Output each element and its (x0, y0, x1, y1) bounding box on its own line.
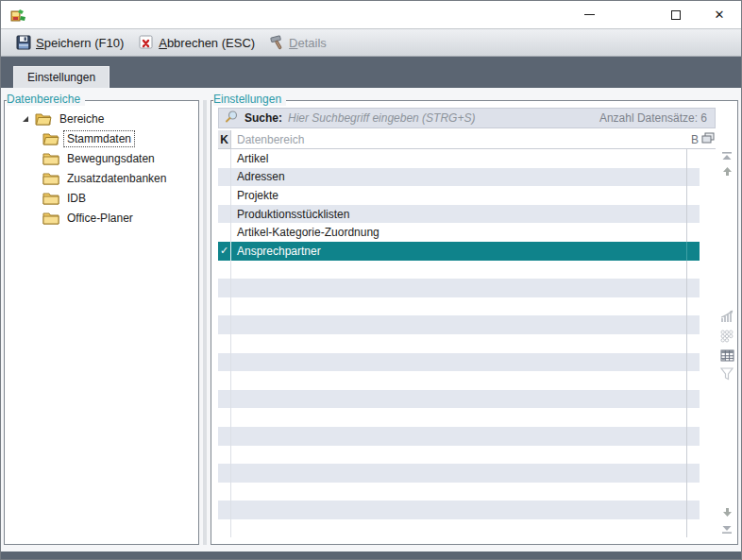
table-row-empty (218, 464, 700, 483)
datenbereiche-panel-title: Datenbereiche (7, 93, 85, 106)
table-row-empty (218, 353, 700, 372)
row-b-cell (687, 371, 700, 390)
toolbar-button-label: Abbrechen (ESC) (159, 36, 255, 50)
row-check-cell (218, 315, 231, 334)
table-row-empty (218, 446, 700, 465)
magnifier-icon (225, 110, 239, 127)
row-check-cell (218, 519, 231, 538)
chart-icon[interactable] (719, 309, 734, 324)
details-button[interactable]: Details (262, 32, 334, 53)
tree-item-label: Office-Planer (64, 211, 136, 226)
bottom-strip (1, 552, 741, 559)
toolbar-button-label: Speichern (F10) (36, 36, 124, 50)
row-check-cell (218, 353, 231, 372)
abbrechen-button[interactable]: Abbrechen (ESC) (131, 32, 262, 53)
table-row[interactable]: Projekte (218, 186, 700, 205)
grid-nav-strip (719, 101, 734, 544)
data-area-tree: BereicheStammdatenBewegungsdatenZusatzda… (5, 101, 198, 228)
close-button[interactable]: ✕ (698, 1, 741, 28)
tree-item-label: Stammdaten (64, 131, 134, 146)
hammer-icon (270, 35, 284, 50)
row-b-cell (687, 501, 700, 519)
row-name-cell: Adressen (231, 170, 686, 183)
einstellungen-panel-body: Suche: Hier Suchbegriff eingeben (STRG+S… (211, 101, 737, 544)
minimize-button[interactable] (567, 1, 611, 28)
row-check-cell (218, 186, 231, 205)
row-b-cell (687, 334, 700, 353)
tree-item-zusatzdatenbanken[interactable]: Zusatzdatenbanken (5, 168, 198, 188)
row-check-cell (218, 446, 231, 465)
scroll-to-bottom-icon[interactable] (719, 521, 734, 536)
content-area: Datenbereiche BereicheStammdatenBewegung… (1, 88, 741, 552)
maximize-icon (671, 10, 681, 20)
bubbles-icon[interactable] (719, 329, 734, 344)
table-row[interactable]: Adressen (218, 168, 700, 187)
search-bar[interactable]: Suche: Hier Suchbegriff eingeben (STRG+S… (218, 108, 716, 128)
tree-item-stammdaten[interactable]: Stammdaten (5, 128, 198, 148)
table-row[interactable]: Artikel (218, 149, 700, 168)
arrow-up-icon[interactable] (719, 163, 734, 178)
record-count: Anzahl Datensätze: 6 (599, 111, 707, 125)
tree-item-office-planer[interactable]: Office-Planer (5, 208, 198, 228)
row-check-cell (218, 205, 231, 224)
row-check-cell (218, 464, 231, 483)
table-row[interactable]: Artikel-Kategorie-Zuordnung (218, 223, 700, 242)
tree-item-label: Bereiche (57, 111, 107, 127)
table-row-empty (218, 334, 700, 353)
table-row-empty (218, 501, 700, 519)
row-check-cell (218, 297, 231, 316)
column-header-datenbereich[interactable]: Datenbereich (231, 130, 687, 148)
maximize-button[interactable] (654, 1, 698, 28)
tab-einstellungen[interactable]: Einstellungen (13, 66, 110, 88)
row-name-cell: Artikel-Kategorie-Zuordnung (231, 226, 686, 239)
row-name-cell: Projekte (231, 189, 686, 202)
row-b-cell (687, 483, 700, 501)
minimize-icon (584, 14, 595, 15)
close-icon: ✕ (715, 8, 725, 22)
folder-icon (42, 171, 59, 185)
funnel-icon[interactable] (719, 366, 734, 382)
row-check-cell (218, 279, 231, 297)
table-row-empty (218, 519, 700, 538)
row-check-cell (218, 223, 231, 242)
row-b-cell (687, 427, 700, 446)
table-row[interactable]: ✓Ansprechpartner (218, 242, 700, 261)
row-name-cell: Ansprechpartner (231, 245, 686, 258)
search-input[interactable]: Hier Suchbegriff eingeben (STRG+S) (288, 111, 592, 125)
row-check-cell (218, 261, 231, 280)
scroll-to-top-icon[interactable] (719, 148, 734, 163)
table-row-empty (218, 279, 700, 297)
row-name-cell: Artikel (231, 152, 686, 165)
grid-rows: ArtikelAdressenProjekteProduktionsstückl… (218, 149, 700, 537)
row-check-cell (218, 501, 231, 519)
einstellungen-panel: Einstellungen Suche: Hier Suchbegriff ei… (211, 100, 738, 545)
column-header-b[interactable]: B (687, 130, 716, 148)
row-b-cell (687, 464, 700, 483)
row-b-cell (687, 297, 700, 316)
row-b-cell (687, 186, 700, 205)
table-row-empty (218, 390, 700, 409)
row-b-cell (687, 205, 700, 224)
table-row-empty (218, 315, 700, 334)
app-window: ✕ Speichern (F10)Abbrechen (ESC)Details … (0, 0, 742, 560)
row-b-cell (687, 223, 700, 242)
panel-splitter[interactable] (199, 100, 211, 545)
column-header-k[interactable]: K (218, 130, 231, 148)
grid-icon[interactable] (719, 348, 734, 363)
app-icon (8, 7, 27, 24)
speichern-button[interactable]: Speichern (F10) (8, 32, 131, 53)
tree-item-bewegungsdaten[interactable]: Bewegungsdaten (5, 148, 198, 168)
open-folder-icon (35, 111, 52, 126)
arrow-down-icon[interactable] (719, 504, 734, 519)
table-row-empty (218, 408, 700, 427)
tab-label: Einstellungen (27, 71, 95, 84)
row-check-cell (218, 427, 231, 446)
table-row[interactable]: Produktionsstücklisten (218, 205, 700, 224)
tree-item-idb[interactable]: IDB (5, 188, 198, 208)
table-row-empty (218, 427, 700, 446)
row-check-cell (218, 168, 231, 187)
tree-expander-icon[interactable] (20, 113, 31, 125)
tree-item-bereiche[interactable]: Bereiche (5, 109, 198, 128)
row-check-cell (218, 371, 231, 390)
row-check-cell (218, 390, 231, 409)
